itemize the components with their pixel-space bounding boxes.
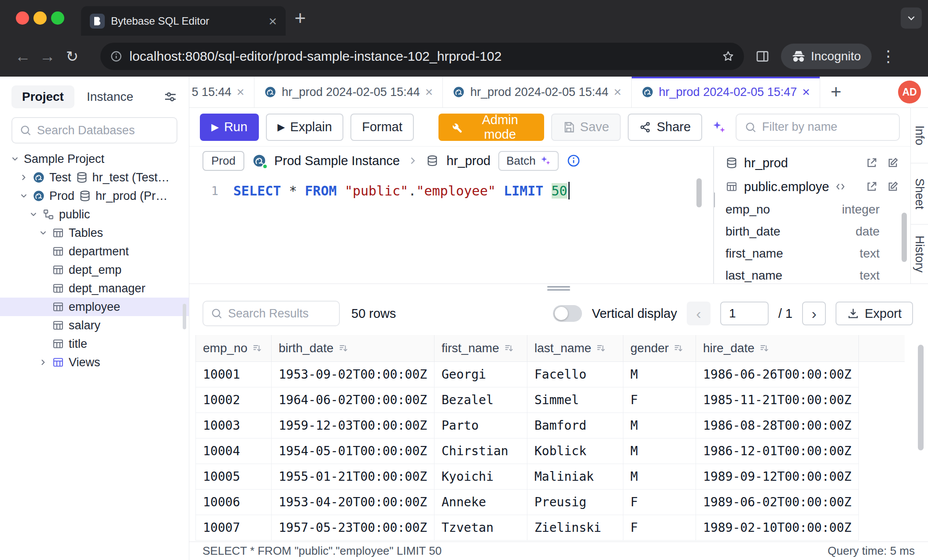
result-cell: 1959-12-03T00:00:00Z — [272, 413, 435, 438]
tree-item-test[interactable]: Testhr_test (Test… — [0, 168, 189, 187]
results-scrollbar[interactable] — [918, 345, 924, 450]
address-bar[interactable]: localhost:8080/sql-editor/prod-sample-in… — [100, 43, 744, 70]
environment-chip[interactable]: Prod — [203, 151, 244, 171]
filter-by-name-input[interactable] — [762, 120, 891, 134]
column-header-label: birth_date — [279, 341, 334, 355]
run-button[interactable]: ▶ Run — [200, 114, 259, 141]
explain-button[interactable]: ▶ Explain — [266, 114, 343, 141]
results-splitter[interactable] — [189, 284, 928, 293]
browser-menu-icon[interactable]: ⋮ — [880, 47, 896, 66]
schema-table-row[interactable]: public.employe — [725, 175, 899, 199]
splitter-grip-icon[interactable] — [547, 286, 570, 292]
tree-item-dept-emp[interactable]: dept_emp — [0, 261, 189, 279]
tab-close-icon[interactable]: × — [614, 85, 622, 99]
format-button[interactable]: Format — [350, 114, 414, 141]
sidebar-resize-handle[interactable] — [183, 304, 186, 329]
connection-breadcrumb: Prod Prod Sample Instance — [189, 147, 713, 175]
tree-item-public[interactable]: public — [0, 205, 189, 224]
back-button[interactable]: ← — [11, 47, 35, 66]
result-column-header[interactable]: last_name — [527, 335, 623, 361]
reload-button[interactable]: ↻ — [60, 48, 85, 65]
edit-icon[interactable] — [887, 181, 899, 193]
result-column-header[interactable]: first_name — [435, 335, 527, 361]
result-column-header[interactable]: hire_date — [696, 335, 859, 361]
tree-item-department[interactable]: department — [0, 242, 189, 261]
share-button[interactable]: Share — [628, 114, 702, 141]
tree-item-dept-manager[interactable]: dept_manager — [0, 279, 189, 298]
edit-icon[interactable] — [887, 157, 899, 169]
connection-info-icon[interactable] — [567, 154, 581, 168]
url-text[interactable]: localhost:8080/sql-editor/prod-sample-in… — [129, 49, 715, 64]
browser-tab-close-icon[interactable]: × — [269, 14, 277, 28]
result-column-header[interactable]: gender — [623, 335, 696, 361]
batch-mode-chip[interactable]: Batch — [498, 151, 559, 171]
postgres-instance-icon — [252, 154, 266, 168]
sql-editor[interactable]: 1 SELECT * FROM "public"."employee" LIMI… — [189, 175, 713, 284]
editor-tab[interactable]: hr_prod 2024-02-05 15:47× — [632, 77, 820, 107]
minimize-window-button[interactable] — [33, 11, 47, 25]
table-icon — [52, 282, 64, 295]
tree-item-label: title — [69, 337, 87, 351]
result-column-header[interactable]: birth_date — [272, 335, 435, 361]
new-browser-tab-button[interactable]: + — [295, 8, 306, 28]
tree-item-sample-project[interactable]: Sample Project — [0, 150, 189, 168]
tree-item-title[interactable]: title — [0, 335, 189, 353]
explain-play-icon: ▶ — [277, 122, 285, 133]
browser-tab[interactable]: Bytebase SQL Editor × — [81, 6, 286, 36]
rail-tab-info[interactable]: Info — [911, 108, 928, 163]
page-number-input[interactable] — [720, 302, 769, 325]
editor-tab[interactable]: 5 15:44× — [189, 77, 254, 107]
browser-tab-title: Bytebase SQL Editor — [111, 15, 262, 27]
tree-item-views[interactable]: Views — [0, 353, 189, 372]
export-button[interactable]: Export — [836, 302, 913, 325]
rail-tab-sheet[interactable]: Sheet — [911, 163, 928, 225]
zoom-window-button[interactable] — [51, 11, 64, 25]
result-column-header[interactable]: emp_no — [196, 335, 272, 361]
ai-sparkles-icon[interactable] — [709, 120, 729, 134]
code-icon[interactable] — [835, 181, 846, 192]
schema-column-row[interactable]: birth_datedate — [725, 221, 899, 243]
tree-item-prod[interactable]: Prodhr_prod (Pr… — [0, 187, 189, 205]
page-info-icon[interactable] — [110, 50, 122, 63]
tree-item-tables[interactable]: Tables — [0, 224, 189, 242]
tree-item-employee[interactable]: employee — [0, 298, 189, 316]
tab-close-icon[interactable]: × — [425, 85, 433, 99]
user-avatar[interactable]: AD — [898, 81, 921, 103]
database-name[interactable]: hr_prod — [446, 154, 490, 168]
schema-column-row[interactable]: emp_nointeger — [725, 199, 899, 221]
bookmark-star-icon[interactable] — [722, 50, 734, 63]
schema-icon — [42, 208, 55, 221]
tab-list-chevron-button[interactable] — [901, 7, 922, 29]
side-panel-icon[interactable] — [755, 49, 770, 63]
schema-column-row[interactable]: last_nametext — [725, 265, 899, 284]
tab-close-icon[interactable]: × — [802, 85, 810, 99]
database-search-input[interactable] — [37, 124, 169, 137]
close-window-button[interactable] — [16, 11, 29, 25]
vertical-display-toggle[interactable] — [553, 305, 582, 322]
rail-tab-history[interactable]: History — [911, 225, 928, 284]
editor-tab[interactable]: hr_prod 2024-02-05 15:44× — [254, 77, 443, 107]
instance-name[interactable]: Prod Sample Instance — [274, 154, 400, 168]
next-page-button[interactable]: › — [802, 302, 826, 325]
download-icon — [847, 307, 859, 320]
schema-scrollbar[interactable] — [902, 213, 907, 262]
editor-scrollbar[interactable] — [696, 178, 702, 207]
sidebar-tab-instance[interactable]: Instance — [87, 90, 133, 104]
previous-page-button[interactable]: ‹ — [687, 302, 711, 325]
filter-settings-icon[interactable] — [163, 90, 177, 104]
forward-button[interactable]: → — [35, 47, 60, 66]
schema-column-row[interactable]: first_nametext — [725, 243, 899, 265]
new-query-tab-button[interactable]: + — [820, 77, 852, 107]
panel-resize-grip[interactable] — [713, 192, 715, 207]
editor-tab[interactable]: hr_prod 2024-02-05 15:44× — [443, 77, 631, 107]
tree-item-salary[interactable]: salary — [0, 316, 189, 335]
results-search-input[interactable] — [228, 307, 332, 321]
admin-mode-button[interactable]: Admin mode — [438, 114, 544, 141]
sql-code[interactable]: SELECT * FROM "public"."employee" LIMIT … — [233, 182, 570, 199]
open-external-icon[interactable] — [865, 181, 878, 193]
open-external-icon[interactable] — [865, 157, 878, 169]
save-button[interactable]: Save — [551, 114, 621, 141]
sidebar-tab-project[interactable]: Project — [11, 85, 74, 108]
tab-close-icon[interactable]: × — [236, 85, 244, 99]
schema-database-row[interactable]: hr_prod — [725, 151, 899, 175]
